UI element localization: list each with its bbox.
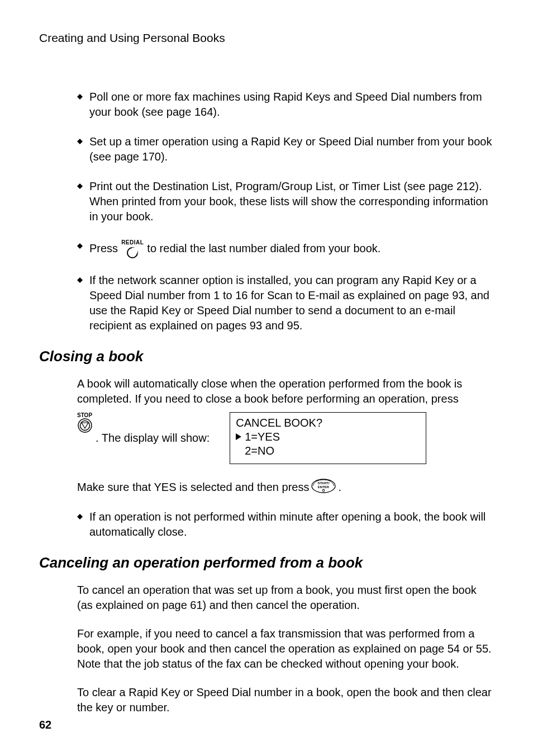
svg-marker-1 <box>77 139 83 144</box>
diamond-icon <box>77 243 83 249</box>
display-option-yes: 1=YES <box>245 430 280 444</box>
bullet-text: Poll one or more fax machines using Rapi… <box>89 89 494 120</box>
diamond-icon <box>77 277 83 283</box>
paragraph: To cancel an operation that was set up f… <box>77 583 494 613</box>
bullet-text: Press REDIAL to redial the last number d… <box>89 239 494 258</box>
lcd-display: CANCEL BOOK? 1=YES 2=NO <box>230 412 426 464</box>
redial-icon: REDIAL <box>121 239 144 258</box>
cancel-section: To cancel an operation that was set up f… <box>39 583 494 715</box>
stop-icon: STOP <box>77 412 92 433</box>
diamond-icon <box>77 514 83 519</box>
stop-label: STOP <box>77 412 92 418</box>
display-line-3: 2=NO <box>236 444 420 458</box>
bullet-network-scanner: If the network scanner option is install… <box>77 273 494 333</box>
redial-label: REDIAL <box>121 239 144 247</box>
diamond-icon <box>77 94 83 100</box>
paragraph: A book will automatically close when the… <box>77 376 494 407</box>
svg-text:START/: START/ <box>318 481 330 485</box>
text-fragment: . <box>338 481 341 494</box>
text-fragment: Press <box>89 241 118 256</box>
display-line-1: CANCEL BOOK? <box>236 416 420 430</box>
stop-circle-icon <box>78 418 92 433</box>
text-fragment: . The display will show: <box>96 432 210 445</box>
page-number: 62 <box>39 719 51 731</box>
bullet-list: Poll one or more fax machines using Rapi… <box>39 89 494 333</box>
text-fragment: Make sure that YES is selected and then … <box>77 481 309 494</box>
svg-marker-0 <box>77 94 83 100</box>
svg-marker-7 <box>82 423 88 428</box>
closing-section: A book will automatically close when the… <box>39 376 494 540</box>
paragraph: To clear a Rapid Key or Speed Dial numbe… <box>77 685 494 715</box>
svg-marker-3 <box>77 243 83 249</box>
bullet-text: Print out the Destination List, Program/… <box>89 179 494 224</box>
svg-marker-13 <box>77 514 83 519</box>
bullet-redial: Press REDIAL to redial the last number d… <box>77 239 494 258</box>
text-fragment: to redial the last number dialed from yo… <box>147 241 380 256</box>
stop-display-row: STOP . The display will show: CANCEL BOO… <box>77 412 494 464</box>
running-head: Creating and Using Personal Books <box>39 31 494 45</box>
diamond-icon <box>77 183 83 189</box>
diamond-icon <box>77 139 83 144</box>
paragraph: For example, if you need to cancel a fax… <box>77 626 494 672</box>
bullet-timer: Set up a timer operation using a Rapid K… <box>77 134 494 164</box>
start-enter-icon: START/ ENTER <box>311 479 336 496</box>
press-enter-row: Make sure that YES is selected and then … <box>77 479 494 496</box>
bullet-text: Set up a timer operation using a Rapid K… <box>89 134 494 164</box>
svg-marker-4 <box>77 277 83 283</box>
bullet-poll: Poll one or more fax machines using Rapi… <box>77 89 494 120</box>
display-line-2: 1=YES <box>236 430 420 444</box>
svg-marker-2 <box>77 183 83 189</box>
heading-canceling-operation: Canceling an operation performed from a … <box>39 554 494 571</box>
heading-closing-book: Closing a book <box>39 348 494 365</box>
bullet-text: If the network scanner option is install… <box>89 273 494 333</box>
svg-text:ENTER: ENTER <box>318 485 330 489</box>
bullet-print: Print out the Destination List, Program/… <box>77 179 494 224</box>
bullet-text: If an operation is not performed within … <box>89 509 494 540</box>
pointer-right-icon <box>236 433 241 440</box>
bullet-auto-close: If an operation is not performed within … <box>77 509 494 540</box>
redial-circle-icon <box>127 247 138 258</box>
